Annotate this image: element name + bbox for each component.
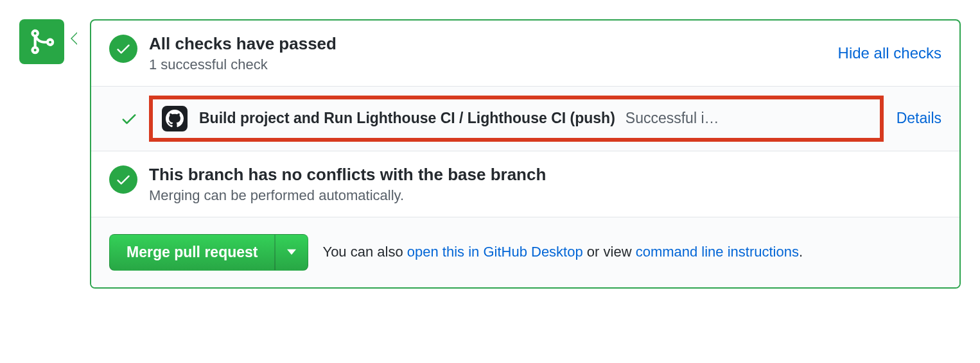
success-status-icon: [109, 35, 137, 63]
checks-summary-section: All checks have passed 1 successful chec…: [91, 21, 959, 87]
conflicts-subtitle: Merging can be performed automatically.: [149, 187, 941, 204]
github-icon: [166, 110, 184, 128]
git-merge-icon: [28, 28, 56, 56]
merge-help-text: You can also open this in GitHub Desktop…: [322, 244, 803, 260]
merge-button-group: Merge pull request: [109, 234, 308, 271]
conflicts-title: This branch has no conflicts with the ba…: [149, 164, 941, 186]
check-icon: [120, 110, 138, 128]
merge-footer: Merge pull request You can also open thi…: [91, 217, 959, 287]
open-github-desktop-link[interactable]: open this in GitHub Desktop: [407, 244, 583, 260]
command-line-instructions-link[interactable]: command line instructions: [636, 244, 799, 260]
merge-text-middle: or view: [583, 244, 636, 260]
hide-checks-link[interactable]: Hide all checks: [838, 44, 941, 62]
checks-subtitle: 1 successful check: [149, 56, 825, 73]
check-icon: [115, 171, 132, 188]
checks-title: All checks have passed: [149, 33, 825, 55]
merge-pull-request-button[interactable]: Merge pull request: [109, 234, 275, 271]
merge-dropdown-button[interactable]: [275, 234, 308, 271]
caret-down-icon: [287, 249, 296, 255]
check-name[interactable]: Build project and Run Lighthouse CI / Li…: [199, 110, 615, 127]
check-highlight-box: Build project and Run Lighthouse CI / Li…: [149, 96, 884, 142]
conflicts-section: This branch has no conflicts with the ba…: [91, 151, 959, 217]
merge-text-prefix: You can also: [322, 244, 407, 260]
merge-status-panel: All checks have passed 1 successful chec…: [90, 19, 961, 289]
merge-text-suffix: .: [799, 244, 803, 260]
check-icon: [115, 40, 132, 57]
check-details-link[interactable]: Details: [897, 110, 941, 127]
check-item-row: Build project and Run Lighthouse CI / Li…: [91, 87, 959, 151]
check-status-text: Successful i…: [626, 110, 719, 127]
success-status-icon: [109, 165, 137, 194]
merge-timeline-badge: [19, 19, 64, 64]
github-actions-avatar: [162, 106, 188, 131]
